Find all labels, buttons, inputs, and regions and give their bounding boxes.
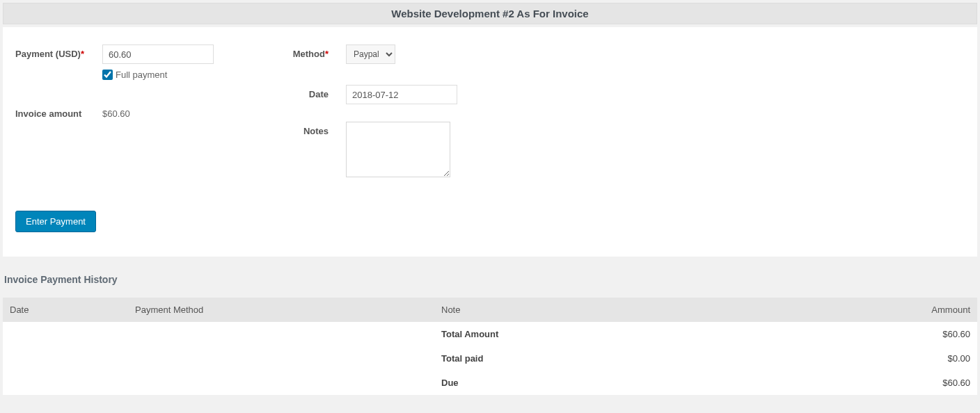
date-input[interactable] <box>346 85 457 104</box>
summary-value: $60.60 <box>887 322 977 346</box>
summary-row: Total paid $0.00 <box>3 346 977 371</box>
method-select[interactable]: Paypal <box>346 44 395 64</box>
enter-payment-button[interactable]: Enter Payment <box>15 211 96 232</box>
method-label: Method* <box>276 44 329 59</box>
col-method: Payment Method <box>128 298 434 322</box>
page-header: Website Development #2 As For Invoice <box>3 3 977 24</box>
payment-input[interactable] <box>102 44 214 64</box>
history-header-row: Date Payment Method Note Ammount <box>3 298 977 322</box>
notes-label: Notes <box>276 122 329 136</box>
full-payment-checkbox[interactable] <box>102 70 113 80</box>
col-date: Date <box>3 298 128 322</box>
page-title: Website Development #2 As For Invoice <box>3 8 977 19</box>
col-amount: Ammount <box>887 298 977 322</box>
history-section-title: Invoice Payment History <box>4 274 976 285</box>
payment-form-panel: Payment (USD)* Full payment Invoice amou… <box>3 27 977 257</box>
full-payment-label: Full payment <box>116 70 167 80</box>
summary-row: Due $60.60 <box>3 371 977 395</box>
payment-label: Payment (USD)* <box>15 44 102 59</box>
summary-row: Total Amount $60.60 <box>3 322 977 346</box>
notes-textarea[interactable] <box>346 122 450 177</box>
invoice-amount-value: $60.60 <box>102 104 130 119</box>
invoice-amount-label: Invoice amount <box>15 104 102 119</box>
col-note: Note <box>434 298 887 322</box>
date-label: Date <box>276 85 329 99</box>
summary-value: $60.60 <box>887 371 977 395</box>
history-table: Date Payment Method Note Ammount Total A… <box>3 298 977 395</box>
summary-label: Total paid <box>434 346 887 371</box>
summary-label: Total Amount <box>434 322 887 346</box>
summary-value: $0.00 <box>887 346 977 371</box>
summary-label: Due <box>434 371 887 395</box>
